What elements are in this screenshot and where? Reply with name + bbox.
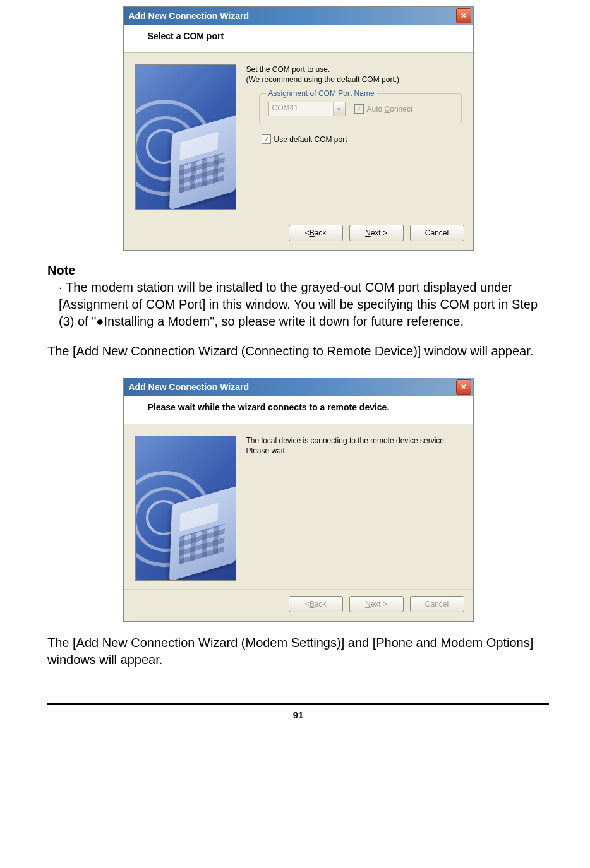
button-row: < Back Next > Cancel — [124, 589, 473, 621]
com-port-select[interactable]: COM41 ▾ — [268, 102, 346, 116]
checkbox-icon: ✓ — [262, 134, 271, 144]
wizard-step-header: Select a COM port — [124, 25, 473, 53]
next-button[interactable]: Next > — [349, 225, 404, 241]
titlebar: Add New Connection Wizard ✕ — [124, 378, 473, 396]
paragraph: The [Add New Connection Wizard (Modem Se… — [47, 634, 549, 669]
paragraph: The [Add New Connection Wizard (Connecti… — [47, 343, 549, 360]
cancel-button: Cancel — [410, 596, 464, 612]
wizard-dialog-com-port: Add New Connection Wizard ✕ Select a COM… — [123, 6, 474, 251]
page-number: 91 — [47, 710, 549, 720]
button-row: < Back Next > Cancel — [124, 218, 473, 250]
wizard-step-header: Please wait while the wizard connects to… — [124, 396, 473, 424]
cancel-button[interactable]: Cancel — [410, 225, 464, 241]
next-button: Next > — [349, 596, 404, 612]
fieldset-legend: Assignment of COM Port Name — [266, 89, 377, 98]
wizard-side-image — [135, 64, 236, 210]
wizard-dialog-connecting: Add New Connection Wizard ✕ Please wait … — [123, 378, 474, 622]
back-button[interactable]: < Back — [289, 225, 343, 241]
instr-line: Set the COM port to use. — [246, 64, 462, 74]
status-line: Please wait. — [246, 446, 462, 456]
status-line: The local device is connecting to the re… — [246, 436, 462, 446]
wizard-body: The local device is connecting to the re… — [124, 424, 473, 589]
combo-value: COM41 — [269, 102, 333, 116]
status-text: The local device is connecting to the re… — [246, 436, 462, 456]
wizard-body: Set the COM port to use. (We recommend u… — [124, 53, 473, 218]
auto-connect-checkbox: ✓ Auto Connect — [354, 104, 413, 114]
note-text: The modem station will be installed to t… — [59, 280, 538, 328]
checkbox-icon: ✓ — [354, 104, 364, 114]
close-icon[interactable]: ✕ — [456, 379, 471, 395]
close-icon[interactable]: ✕ — [456, 8, 471, 23]
chevron-down-icon: ▾ — [333, 102, 345, 116]
instr-line: (We recommend using the default COM port… — [246, 74, 462, 85]
checkbox-label: Use default COM port — [274, 135, 347, 144]
instruction-text: Set the COM port to use. (We recommend u… — [246, 64, 462, 85]
window-title: Add New Connection Wizard — [129, 382, 249, 392]
wizard-side-image — [135, 436, 236, 581]
use-default-checkbox[interactable]: ✓ Use default COM port — [262, 134, 462, 144]
com-port-fieldset: Assignment of COM Port Name COM41 ▾ ✓ Au… — [259, 93, 462, 124]
back-button: < Back — [289, 596, 343, 612]
note-heading: Note — [47, 263, 549, 278]
page-divider — [47, 703, 549, 705]
note-body: · The modem station will be installed to… — [47, 279, 549, 330]
titlebar: Add New Connection Wizard ✕ — [124, 7, 473, 25]
window-title: Add New Connection Wizard — [129, 11, 249, 21]
